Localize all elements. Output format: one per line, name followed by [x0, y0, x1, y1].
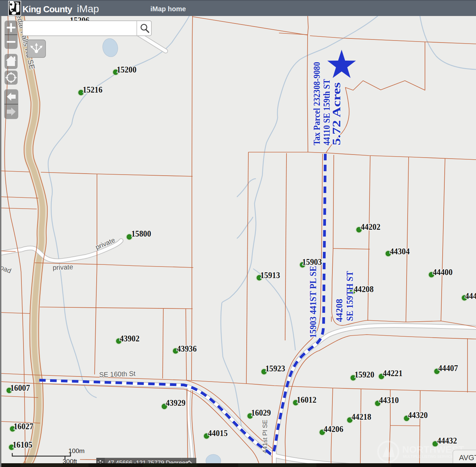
svg-text:43929: 43929	[166, 398, 185, 408]
svg-text:44400: 44400	[433, 267, 453, 277]
svg-text:5.72 Acres: 5.72 Acres	[330, 82, 343, 145]
svg-text:16029: 16029	[251, 408, 271, 418]
svg-text:15920: 15920	[355, 370, 374, 380]
svg-text:16027: 16027	[14, 421, 33, 431]
svg-text:43936: 43936	[177, 344, 197, 354]
svg-text:44310: 44310	[379, 395, 399, 405]
svg-text:44218: 44218	[351, 412, 371, 422]
svg-text:SE 159TH ST: SE 159TH ST	[344, 271, 355, 321]
svg-text:15923: 15923	[265, 364, 285, 373]
svg-text:private: private	[52, 263, 73, 271]
svg-text:44304: 44304	[390, 246, 410, 256]
svg-text:iMap: iMap	[77, 3, 99, 14]
svg-text:44208: 44208	[334, 299, 344, 322]
svg-text:15200: 15200	[117, 65, 136, 75]
svg-text:100m: 100m	[68, 447, 85, 454]
svg-text:15800: 15800	[131, 229, 151, 239]
svg-text:43902: 43902	[120, 334, 139, 343]
svg-text:15913: 15913	[260, 270, 280, 280]
svg-text:iMap home: iMap home	[150, 5, 186, 13]
svg-text:16007: 16007	[10, 383, 30, 393]
svg-text:15903: 15903	[302, 257, 322, 267]
svg-text:AVGT: AVGT	[459, 453, 476, 462]
svg-text:44407: 44407	[438, 363, 458, 373]
svg-text:44320: 44320	[408, 410, 428, 420]
svg-text:16105: 16105	[13, 440, 32, 450]
svg-text:44432: 44432	[465, 291, 476, 301]
svg-text:44221: 44221	[383, 368, 403, 378]
svg-text:44015: 44015	[208, 428, 228, 438]
svg-text:15903 441ST PL SE: 15903 441ST PL SE	[308, 266, 318, 338]
svg-text:MULTIPLE LISTING SERVICE: MULTIPLE LISTING SERVICE	[403, 454, 453, 458]
svg-text:SE 160th St: SE 160th St	[99, 370, 136, 379]
svg-text:44206: 44206	[324, 424, 343, 434]
svg-text:16012: 16012	[297, 395, 316, 405]
svg-text:Tax Parcel 232308-9080: Tax Parcel 232308-9080	[311, 62, 322, 145]
svg-text:King County: King County	[22, 4, 72, 14]
svg-text:44208: 44208	[354, 284, 374, 294]
svg-text:44202: 44202	[361, 222, 380, 232]
svg-text:441st Pl SE: 441st Pl SE	[261, 420, 268, 453]
svg-text:15216: 15216	[83, 85, 102, 95]
